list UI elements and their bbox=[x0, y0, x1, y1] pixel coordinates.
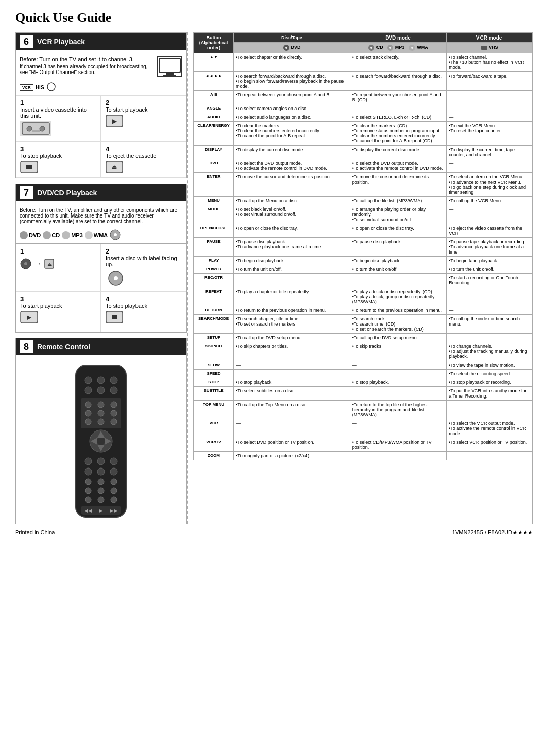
step4-text: To eject the cassette bbox=[106, 153, 182, 159]
vcr-cell: — bbox=[447, 91, 532, 104]
svg-point-21 bbox=[114, 276, 118, 280]
remote-control-section: 8 Remote Control bbox=[15, 338, 187, 524]
svg-point-56 bbox=[98, 479, 104, 485]
section6-header: 6 VCR Playback bbox=[16, 33, 186, 50]
table-row: ▲▼•To select chapter or title directly.•… bbox=[194, 53, 532, 72]
page-title: Quick Use Guide bbox=[15, 10, 533, 25]
vcr-cell: — bbox=[447, 104, 532, 113]
vcr-cell: •To begin tape playback. bbox=[447, 257, 532, 265]
dvd-cell: •To select audio languages on a disc. bbox=[234, 113, 350, 122]
dvd-cell: •To call up the Top Menu on a disc. bbox=[234, 401, 350, 419]
cd-cell: •To open or close the disc tray. bbox=[350, 224, 447, 238]
cd-cell: — bbox=[350, 387, 447, 401]
table-row: ANGLE•To select camera angles on a disc.… bbox=[194, 104, 532, 113]
dvd-step-1: 1 → ⏏ bbox=[16, 244, 101, 292]
svg-point-41 bbox=[98, 419, 104, 425]
svg-text:◀◀: ◀◀ bbox=[84, 508, 92, 513]
play-button-icon: ▶ bbox=[106, 115, 182, 128]
table-row: MENU•To call up the Menu on a disc.•To c… bbox=[194, 197, 532, 205]
cd-cell: •To search forward/backward through a di… bbox=[350, 72, 447, 91]
dvd-step1-num: 1 bbox=[20, 247, 24, 255]
btn-cell: MODE bbox=[194, 205, 234, 224]
his-logo: HiS bbox=[36, 85, 44, 90]
vcr-cell: — bbox=[447, 452, 532, 460]
table-row: SPEED——•To select the recording speed. bbox=[194, 370, 532, 378]
cd-cell: •To select CD/MP3/WMA position or TV pos… bbox=[350, 438, 447, 452]
vcr-cell: •To select the VCR output mode. •To acti… bbox=[447, 419, 532, 438]
dvd-step3-label: To start playback bbox=[20, 303, 96, 309]
svg-point-42 bbox=[111, 419, 117, 425]
vcr-cell: •To exit the VCR Menu. •To reset the tap… bbox=[447, 122, 532, 146]
svg-rect-7 bbox=[32, 130, 40, 132]
dvd-cell: •To play a chapter or title repeatedly. bbox=[234, 287, 350, 306]
table-row: PLAY•To begin disc playback.•To begin di… bbox=[194, 257, 532, 265]
btn-cell: SUBTITLE bbox=[194, 387, 234, 401]
btn-cell: STOP bbox=[194, 378, 234, 387]
section8-title: Remote Control bbox=[37, 343, 90, 351]
cd-cell: •To skip tracks. bbox=[350, 342, 447, 361]
cd-cell: — bbox=[350, 274, 447, 287]
tv-icon bbox=[157, 56, 182, 77]
svg-point-39 bbox=[111, 410, 117, 416]
table-row: TOP MENU•To call up the Top Menu on a di… bbox=[194, 401, 532, 419]
btn-cell: ▲▼ bbox=[194, 53, 234, 72]
table-row: A-B•To repeat between your chosen point … bbox=[194, 91, 532, 104]
cd-cell: •To move the cursor and determine its po… bbox=[350, 173, 447, 197]
svg-point-34 bbox=[85, 402, 91, 408]
dvd-cell: •To search forward/backward through a di… bbox=[234, 72, 350, 91]
svg-point-73 bbox=[389, 47, 391, 49]
svg-point-3 bbox=[47, 83, 55, 91]
mode-table: Button(Alphabeticalorder) Disc/Tape DVD … bbox=[193, 33, 532, 460]
table-row: SETUP•To call up the DVD setup menu.•To … bbox=[194, 334, 532, 342]
dvd-cell: •To select subtitles on a disc. bbox=[234, 387, 350, 401]
svg-text:▶: ▶ bbox=[112, 118, 117, 125]
cd-cell: — bbox=[350, 104, 447, 113]
btn-cell: PLAY bbox=[194, 257, 234, 265]
table-row: ◄◄ ►►•To search forward/backward through… bbox=[194, 72, 532, 91]
svg-point-62 bbox=[98, 497, 104, 503]
btn-cell: POWER bbox=[194, 265, 234, 274]
vcr-bullet: If channel 3 has been already occupied f… bbox=[20, 64, 153, 75]
cd-cell: •To begin disc playback. bbox=[350, 257, 447, 265]
btn-cell: DVD bbox=[194, 159, 234, 173]
dvd-cell: — bbox=[234, 274, 350, 287]
dvd-cell: •To call up the DVD setup menu. bbox=[234, 334, 350, 342]
button-col-header: Button(Alphabeticalorder) bbox=[194, 33, 234, 53]
section7-title: DVD/CD Playback bbox=[37, 189, 97, 197]
dvd-play-button: ▶ bbox=[20, 311, 96, 325]
dvd-steps: 1 → ⏏ 2 Insert a disc with label facing … bbox=[16, 243, 186, 332]
vcr-cell: •To select VCR position or TV position. bbox=[447, 438, 532, 452]
cd-cell: •To arrange the playing order or play ra… bbox=[350, 205, 447, 224]
vcr-cell: •To call up the VCR Menu. bbox=[447, 197, 532, 205]
main-header-row: Button(Alphabeticalorder) Disc/Tape DVD … bbox=[194, 33, 532, 43]
table-row: ENTER•To move the cursor and determine i… bbox=[194, 173, 532, 197]
table-row: PAUSE•To pause disc playback. •To advanc… bbox=[194, 238, 532, 257]
dvd-cell: •To stop playback. bbox=[234, 378, 350, 387]
cd-cell: •To repeat between your chosen point A a… bbox=[350, 91, 447, 104]
table-row: AUDIO•To select audio languages on a dis… bbox=[194, 113, 532, 122]
cd-mp3-sub-header: CD MP3 WMA bbox=[350, 43, 447, 53]
cd-cell: •To return to the top file of the highes… bbox=[350, 401, 447, 419]
vcr-icon-circle bbox=[46, 82, 56, 93]
cd-cell: •To select track directly. bbox=[350, 53, 447, 72]
step2-num: 2 bbox=[106, 99, 109, 106]
cd-cell: — bbox=[350, 361, 447, 370]
table-row: OPEN/CLOSE•To open or close the disc tra… bbox=[194, 224, 532, 238]
table-row: STOP•To stop playback.•To stop playback.… bbox=[194, 378, 532, 387]
step2-text: To start playback bbox=[106, 106, 182, 113]
step1-text: Insert a video cassette into this unit. bbox=[20, 106, 96, 119]
btn-cell: SETUP bbox=[194, 334, 234, 342]
dvd-step-3: 3 To start playback ▶ bbox=[16, 292, 101, 332]
btn-cell: SLOW bbox=[194, 361, 234, 370]
dvd-cell: •To select chapter or title directly. bbox=[234, 53, 350, 72]
vcr-cell: •To view the tape in slow motion. bbox=[447, 361, 532, 370]
vcr-before: Before: Turn on the TV and set it to cha… bbox=[16, 53, 186, 80]
table-row: DVD•To select the DVD output mode. •To a… bbox=[194, 159, 532, 173]
svg-point-53 bbox=[97, 468, 105, 475]
dvd-step4-num: 4 bbox=[106, 295, 109, 303]
wma-logo: WMA bbox=[85, 231, 108, 239]
svg-rect-11 bbox=[26, 165, 32, 169]
svg-point-31 bbox=[97, 387, 105, 394]
svg-text:▶: ▶ bbox=[27, 314, 32, 321]
mode-table-panel: Button(Alphabeticalorder) Disc/Tape DVD … bbox=[193, 32, 533, 524]
